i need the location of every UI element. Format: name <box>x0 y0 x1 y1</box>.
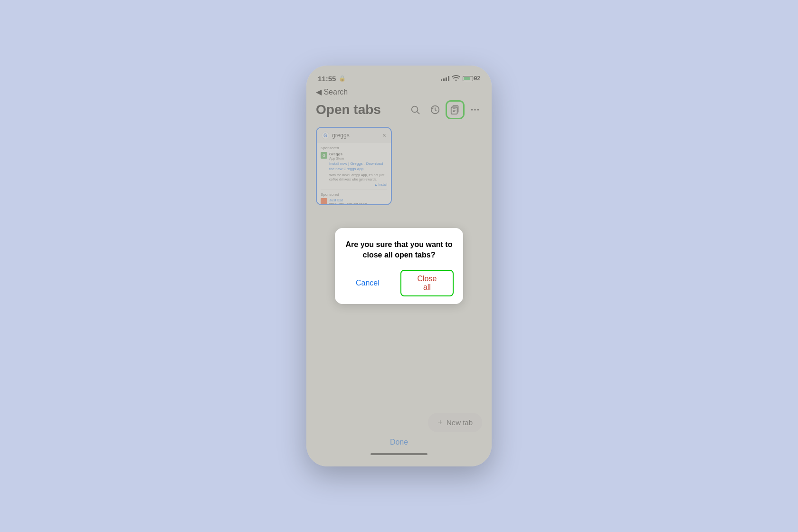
dialog-message: Are you sure that you want to close all … <box>344 239 454 261</box>
close-all-button[interactable]: Close all <box>400 270 454 296</box>
dialog-buttons: Cancel Close all <box>344 270 454 296</box>
phone-frame: 11:55 🔒 92 <box>306 66 492 466</box>
close-tabs-dialog: Are you sure that you want to close all … <box>335 228 463 304</box>
dialog-overlay: Are you sure that you want to close all … <box>306 66 492 466</box>
cancel-button[interactable]: Cancel <box>344 270 391 296</box>
